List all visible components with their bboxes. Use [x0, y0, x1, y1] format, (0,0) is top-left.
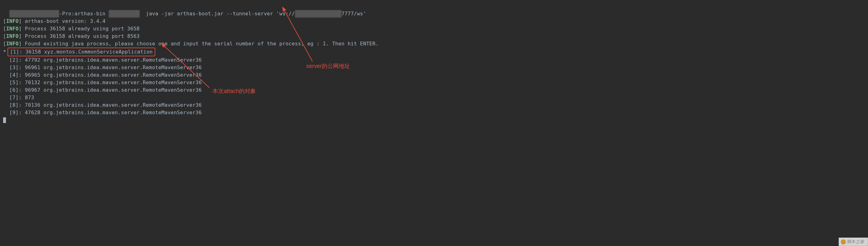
- info-line: [INFO] arthas-boot version: 3.4.4: [3, 18, 865, 25]
- info-line: [INFO] Found existing java process, plea…: [3, 40, 865, 48]
- process-row[interactable]: [8]: 70136 org.jetbrains.idea.maven.serv…: [3, 102, 865, 109]
- cursor-line[interactable]: [3, 116, 865, 124]
- username-redacted: ██████████: [109, 10, 140, 18]
- terminal-command-line: ████████████ ███-Pro:arthas-bin ████████…: [3, 2, 865, 18]
- watermark-icon: [841, 240, 846, 244]
- info-line: [INFO] Process 36158 already using port …: [3, 32, 865, 40]
- process-row[interactable]: [7]: 873: [3, 94, 865, 102]
- watermark-badge: 脚本之家: [839, 238, 868, 246]
- process-row[interactable]: [6]: 96967 org.jetbrains.idea.maven.serv…: [3, 86, 865, 94]
- process-row[interactable]: * [1]: 36158 xyz.montos.CommonServiceApp…: [3, 48, 865, 56]
- text-cursor: [3, 117, 6, 123]
- info-lines: [INFO] arthas-boot version: 3.4.4[INFO] …: [3, 18, 865, 48]
- process-row[interactable]: [9]: 47628 org.jetbrains.idea.maven.serv…: [3, 109, 865, 116]
- watermark-text: 脚本之家: [847, 239, 865, 245]
- hostname-redacted: ████████████ ███: [9, 10, 59, 18]
- info-line: [INFO] Process 36158 already using port …: [3, 25, 865, 32]
- process-row[interactable]: [3]: 96961 org.jetbrains.idea.maven.serv…: [3, 64, 865, 71]
- ip-redacted: ███ ███ ███ ███: [295, 10, 342, 18]
- annotation-server-address: server的公网地址: [306, 62, 350, 71]
- annotation-attach-target: 本次attach的对象: [213, 87, 256, 95]
- process-row[interactable]: [5]: 70132 org.jetbrains.idea.maven.serv…: [3, 79, 865, 86]
- process-row[interactable]: [4]: 96965 org.jetbrains.idea.maven.serv…: [3, 71, 865, 79]
- process-row[interactable]: [2]: 47792 org.jetbrains.idea.maven.serv…: [3, 56, 865, 64]
- process-list[interactable]: * [1]: 36158 xyz.montos.CommonServiceApp…: [3, 48, 865, 116]
